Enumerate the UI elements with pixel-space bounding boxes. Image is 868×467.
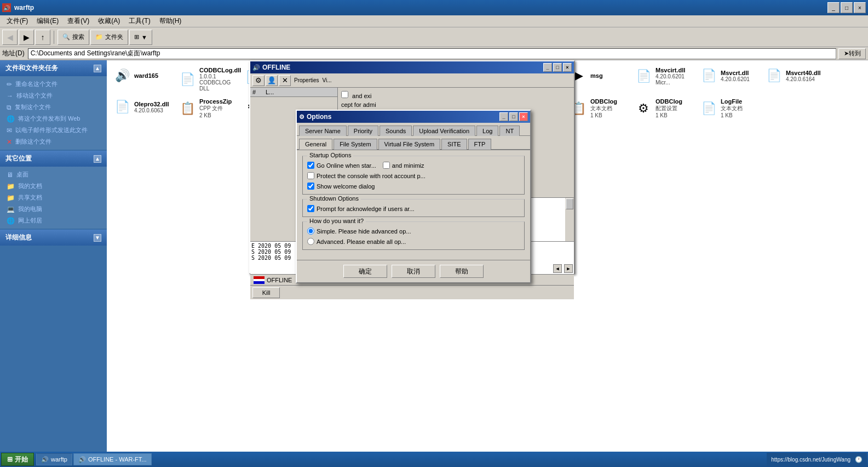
right-checkbox1[interactable] <box>341 91 348 98</box>
startup-check-online[interactable] <box>307 162 314 169</box>
menu-view[interactable]: 查看(V) <box>63 15 94 27</box>
tab-log[interactable]: Log <box>476 126 498 136</box>
file-item[interactable]: ⚙ ODBClog 配置设置 1 KB <box>633 96 695 121</box>
tab-bar-bottom: General File System Virtual File System … <box>297 136 530 150</box>
up-button[interactable]: ↑ <box>35 30 50 45</box>
tab-site[interactable]: SITE <box>441 139 467 150</box>
tab-upload-verification[interactable]: Upload Verification <box>413 126 475 136</box>
startup-check-protect[interactable] <box>307 172 314 179</box>
dialog-close[interactable]: × <box>519 112 528 121</box>
tab-sounds[interactable]: Sounds <box>380 126 412 136</box>
tab-file-system[interactable]: File System <box>334 139 377 150</box>
file-item[interactable]: 📄 CODBCLog.dll 1.0.0.1 CODBCLOG DLL <box>176 65 239 94</box>
go-button[interactable]: ➤ 转到 <box>838 48 866 59</box>
rename-file-link[interactable]: ✏ 重命名这个文件 <box>4 78 102 90</box>
file-tasks-header[interactable]: 文件和文件夹任务 ▲ <box>0 60 107 76</box>
scroll-thumb[interactable] <box>566 198 573 209</box>
details-expand[interactable]: ▼ <box>94 234 101 242</box>
scroll-left[interactable]: ◀ <box>553 264 562 273</box>
left-panel: 文件和文件夹任务 ▲ ✏ 重命名这个文件 → 移动这个文件 ⧉ 复制这个文件 🌐 <box>0 60 107 452</box>
move-file-link[interactable]: → 移动这个文件 <box>4 90 102 101</box>
other-places-expand[interactable]: ▲ <box>94 155 101 163</box>
startup-check-welcome[interactable] <box>307 183 314 190</box>
maximize-button[interactable]: □ <box>841 2 853 13</box>
file-item[interactable]: 📄 Olepro32.dll 4.20.0.6063 <box>111 96 174 121</box>
view-tab[interactable]: Vi... <box>323 77 332 83</box>
radio-simple-input[interactable] <box>307 227 314 235</box>
kill-button[interactable]: Kill <box>252 287 280 298</box>
help-button[interactable]: 帮助 <box>440 265 484 278</box>
file-tasks-section: 文件和文件夹任务 ▲ ✏ 重命名这个文件 → 移动这个文件 ⧉ 复制这个文件 🌐 <box>0 60 107 150</box>
folders-button[interactable]: 📁 文件夹 <box>90 30 128 45</box>
menu-edit[interactable]: 编辑(E) <box>32 15 63 27</box>
shutdown-options-label: Shutdown Options <box>307 195 361 202</box>
my-docs-link[interactable]: 📁 我的文档 <box>4 180 102 192</box>
tab-general[interactable]: General <box>299 139 332 150</box>
file-item[interactable]: ▶ msg <box>567 65 630 94</box>
startup-check-minimize[interactable] <box>383 162 390 169</box>
menu-help[interactable]: 帮助(H) <box>155 15 186 27</box>
taskbar-item-warftp[interactable]: 🔊 warftp <box>36 453 72 465</box>
close-button[interactable]: × <box>854 2 866 13</box>
file-icon: 🔊 <box>113 67 131 84</box>
file-icon: 📄 <box>635 67 652 85</box>
details-header[interactable]: 详细信息 ▼ <box>0 230 107 246</box>
dialog-maximize[interactable]: □ <box>509 112 518 121</box>
publish-file-link[interactable]: 🌐 将这个文件发布到 Web <box>4 113 102 124</box>
file-item[interactable]: 📄 Msvcirt.dll 4.20.0.6201 Micr... <box>633 65 695 94</box>
warftp-tool2[interactable]: 👤 <box>266 75 278 86</box>
window-controls[interactable]: _ □ × <box>827 2 866 13</box>
file-tasks-expand[interactable]: ▲ <box>94 65 101 72</box>
warftp-minimize[interactable]: _ <box>543 63 552 72</box>
file-icon: 📄 <box>700 67 717 84</box>
tab-ftp[interactable]: FTP <box>468 139 492 150</box>
file-item[interactable]: 📄 Msvcrt.dll 4.20.0.6201 <box>698 65 761 94</box>
file-item[interactable]: 📋 ODBClog 文本文档 1 KB <box>567 96 630 121</box>
views-button[interactable]: ⊞ ▼ <box>129 30 152 45</box>
search-button[interactable]: 🔍 搜索 <box>58 30 89 45</box>
copy-file-link[interactable]: ⧉ 复制这个文件 <box>4 101 102 113</box>
dialog-minimize[interactable]: _ <box>499 112 508 121</box>
shutdown-check-prompt[interactable] <box>307 205 314 212</box>
tab-priority[interactable]: Priority <box>348 126 378 136</box>
start-button[interactable]: ⊞ 开始 <box>1 453 34 466</box>
warftp-close[interactable]: × <box>563 63 572 72</box>
warftp-tool3[interactable]: ✕ <box>279 75 291 86</box>
properties-tab[interactable]: Properties <box>292 77 321 83</box>
file-item[interactable]: 🔊 ward165 <box>111 65 174 94</box>
menu-favorites[interactable]: 收藏(A) <box>94 15 124 27</box>
tab-nt[interactable]: NT <box>499 126 520 136</box>
my-computer-link[interactable]: 💻 我的电脑 <box>4 203 102 215</box>
file-item[interactable]: 📄 LogFile 文本文档 1 KB <box>698 96 761 121</box>
menu-file[interactable]: 文件(F) <box>2 15 32 27</box>
scroll-right[interactable]: ▶ <box>564 264 573 273</box>
email-file-link[interactable]: ✉ 以电子邮件形式发送此文件 <box>4 124 102 136</box>
tab-server-name[interactable]: Server Name <box>299 126 347 136</box>
cancel-button[interactable]: 取消 <box>392 265 435 278</box>
taskbar-item-offline[interactable]: 🔊 OFFLINE - WAR-FT... <box>73 453 152 465</box>
radio-advanced-input[interactable] <box>307 238 314 245</box>
tab-virtual-fs[interactable]: Virtual File System <box>378 139 441 150</box>
warftp-tool1[interactable]: ⚙ <box>252 75 265 86</box>
back-button[interactable]: ◀ <box>2 30 18 45</box>
ok-button[interactable]: 确定 <box>343 265 387 278</box>
address-input[interactable] <box>28 48 836 59</box>
menu-tools[interactable]: 工具(T) <box>124 15 154 27</box>
details-section: 详细信息 ▼ <box>0 230 107 246</box>
desktop-link[interactable]: 🖥 桌面 <box>4 169 102 180</box>
delete-icon: ✕ <box>7 138 12 146</box>
other-places-header[interactable]: 其它位置 ▲ <box>0 151 107 167</box>
dialog-footer: 确定 取消 帮助 <box>297 260 530 282</box>
shared-docs-link[interactable]: 📁 共享文档 <box>4 192 102 203</box>
address-label: 地址(D) <box>2 49 25 58</box>
file-item[interactable]: 📋 ProcessZip CPP 文件 2 KB <box>176 96 239 121</box>
warftp-maximize[interactable]: □ <box>553 63 562 72</box>
how-label: How do you want it? <box>307 218 366 224</box>
delete-file-link[interactable]: ✕ 删除这个文件 <box>4 136 102 147</box>
network-link[interactable]: 🌐 网上邻居 <box>4 215 102 226</box>
other-places-section: 其它位置 ▲ 🖥 桌面 📁 我的文档 📁 共享文档 💻 我的电 <box>0 151 107 229</box>
radio-advanced: Advanced. Please enable all op... <box>307 238 520 245</box>
minimize-button[interactable]: _ <box>827 2 840 13</box>
forward-button[interactable]: ▶ <box>19 30 34 45</box>
file-item[interactable]: 📄 Msvcrt40.dll 4.20.0.6164 <box>763 65 826 94</box>
